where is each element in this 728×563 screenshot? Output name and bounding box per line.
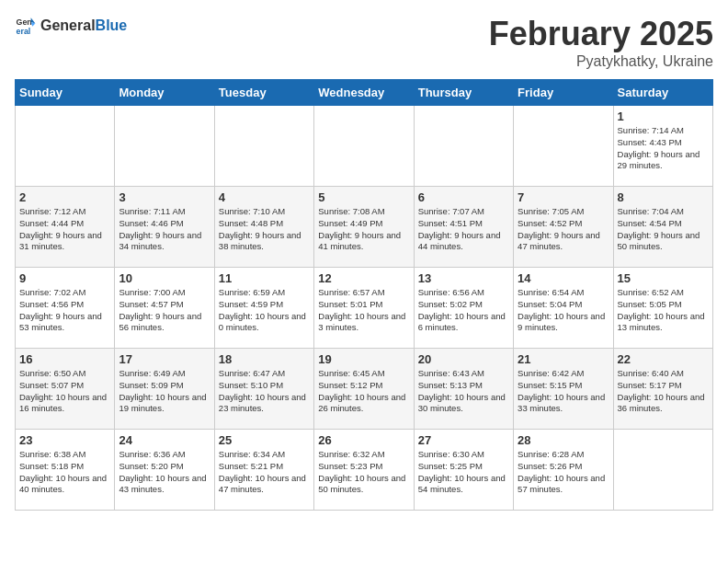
weekday-header-sunday: Sunday (16, 80, 115, 106)
day-number: 11 (219, 271, 310, 285)
calendar-cell: 13Sunrise: 6:56 AM Sunset: 5:02 PM Dayli… (414, 268, 513, 349)
calendar-cell: 21Sunrise: 6:42 AM Sunset: 5:15 PM Dayli… (514, 349, 613, 430)
calendar-cell: 9Sunrise: 7:02 AM Sunset: 4:56 PM Daylig… (16, 268, 115, 349)
weekday-header-saturday: Saturday (613, 80, 712, 106)
calendar-week-row: 2Sunrise: 7:12 AM Sunset: 4:44 PM Daylig… (16, 187, 713, 268)
day-number: 20 (418, 352, 509, 366)
calendar-cell: 1Sunrise: 7:14 AM Sunset: 4:43 PM Daylig… (613, 106, 712, 187)
logo-icon: Gen eral (15, 15, 37, 37)
logo: Gen eral GeneralBlue (15, 15, 127, 37)
day-info: Sunrise: 6:34 AM Sunset: 5:21 PM Dayligh… (219, 449, 310, 496)
calendar-cell: 14Sunrise: 6:54 AM Sunset: 5:04 PM Dayli… (514, 268, 613, 349)
day-number: 1 (618, 109, 709, 123)
day-info: Sunrise: 6:30 AM Sunset: 5:25 PM Dayligh… (418, 449, 509, 496)
day-number: 16 (19, 352, 110, 366)
calendar-cell: 5Sunrise: 7:08 AM Sunset: 4:49 PM Daylig… (314, 187, 414, 268)
calendar-cell (214, 106, 313, 187)
day-info: Sunrise: 6:42 AM Sunset: 5:15 PM Dayligh… (518, 368, 609, 415)
day-number: 23 (19, 433, 110, 447)
day-info: Sunrise: 6:49 AM Sunset: 5:09 PM Dayligh… (119, 368, 210, 415)
day-info: Sunrise: 6:59 AM Sunset: 4:59 PM Dayligh… (219, 287, 310, 334)
calendar-cell: 7Sunrise: 7:05 AM Sunset: 4:52 PM Daylig… (514, 187, 613, 268)
day-number: 25 (219, 433, 310, 447)
logo-general-text: General (40, 17, 96, 33)
day-number: 15 (618, 271, 709, 285)
calendar-cell: 16Sunrise: 6:50 AM Sunset: 5:07 PM Dayli… (16, 349, 115, 430)
day-info: Sunrise: 6:43 AM Sunset: 5:13 PM Dayligh… (418, 368, 509, 415)
calendar-cell: 11Sunrise: 6:59 AM Sunset: 4:59 PM Dayli… (214, 268, 313, 349)
calendar-week-row: 9Sunrise: 7:02 AM Sunset: 4:56 PM Daylig… (16, 268, 713, 349)
day-number: 9 (19, 271, 110, 285)
svg-text:eral: eral (17, 27, 31, 36)
day-info: Sunrise: 7:02 AM Sunset: 4:56 PM Dayligh… (19, 287, 110, 334)
calendar-table: SundayMondayTuesdayWednesdayThursdayFrid… (15, 79, 713, 511)
day-info: Sunrise: 6:32 AM Sunset: 5:23 PM Dayligh… (318, 449, 409, 496)
day-number: 27 (418, 433, 509, 447)
day-info: Sunrise: 7:14 AM Sunset: 4:43 PM Dayligh… (618, 125, 709, 172)
day-info: Sunrise: 6:40 AM Sunset: 5:17 PM Dayligh… (618, 368, 709, 415)
calendar-cell (115, 106, 214, 187)
calendar-cell: 24Sunrise: 6:36 AM Sunset: 5:20 PM Dayli… (115, 430, 214, 511)
day-info: Sunrise: 6:57 AM Sunset: 5:01 PM Dayligh… (318, 287, 409, 334)
day-number: 19 (318, 352, 409, 366)
calendar-cell (314, 106, 414, 187)
calendar-cell: 3Sunrise: 7:11 AM Sunset: 4:46 PM Daylig… (115, 187, 214, 268)
day-info: Sunrise: 7:00 AM Sunset: 4:57 PM Dayligh… (119, 287, 210, 334)
day-number: 17 (119, 352, 210, 366)
calendar-cell (414, 106, 513, 187)
day-info: Sunrise: 6:50 AM Sunset: 5:07 PM Dayligh… (19, 368, 110, 415)
calendar-cell: 28Sunrise: 6:28 AM Sunset: 5:26 PM Dayli… (514, 430, 613, 511)
day-info: Sunrise: 7:11 AM Sunset: 4:46 PM Dayligh… (119, 206, 210, 253)
day-info: Sunrise: 6:45 AM Sunset: 5:12 PM Dayligh… (318, 368, 409, 415)
calendar-cell (514, 106, 613, 187)
calendar-cell: 10Sunrise: 7:00 AM Sunset: 4:57 PM Dayli… (115, 268, 214, 349)
calendar-cell: 20Sunrise: 6:43 AM Sunset: 5:13 PM Dayli… (414, 349, 513, 430)
day-number: 18 (219, 352, 310, 366)
day-info: Sunrise: 6:52 AM Sunset: 5:05 PM Dayligh… (618, 287, 709, 334)
weekday-header-monday: Monday (115, 80, 214, 106)
day-number: 14 (518, 271, 609, 285)
weekday-header-row: SundayMondayTuesdayWednesdayThursdayFrid… (16, 80, 713, 106)
day-number: 22 (618, 352, 709, 366)
day-number: 26 (318, 433, 409, 447)
calendar-cell: 2Sunrise: 7:12 AM Sunset: 4:44 PM Daylig… (16, 187, 115, 268)
calendar-cell: 25Sunrise: 6:34 AM Sunset: 5:21 PM Dayli… (214, 430, 313, 511)
calendar-cell: 18Sunrise: 6:47 AM Sunset: 5:10 PM Dayli… (214, 349, 313, 430)
calendar-cell: 23Sunrise: 6:38 AM Sunset: 5:18 PM Dayli… (16, 430, 115, 511)
calendar-cell (16, 106, 115, 187)
calendar-cell (613, 430, 712, 511)
day-number: 21 (518, 352, 609, 366)
day-info: Sunrise: 6:28 AM Sunset: 5:26 PM Dayligh… (518, 449, 609, 496)
weekday-header-friday: Friday (514, 80, 613, 106)
day-number: 28 (518, 433, 609, 447)
calendar-cell: 15Sunrise: 6:52 AM Sunset: 5:05 PM Dayli… (613, 268, 712, 349)
day-info: Sunrise: 7:04 AM Sunset: 4:54 PM Dayligh… (618, 206, 709, 253)
day-number: 2 (19, 190, 110, 204)
day-number: 8 (618, 190, 709, 204)
calendar-cell: 4Sunrise: 7:10 AM Sunset: 4:48 PM Daylig… (214, 187, 313, 268)
calendar-cell: 17Sunrise: 6:49 AM Sunset: 5:09 PM Dayli… (115, 349, 214, 430)
day-number: 6 (418, 190, 509, 204)
calendar-week-row: 23Sunrise: 6:38 AM Sunset: 5:18 PM Dayli… (16, 430, 713, 511)
day-info: Sunrise: 7:08 AM Sunset: 4:49 PM Dayligh… (318, 206, 409, 253)
calendar-cell: 19Sunrise: 6:45 AM Sunset: 5:12 PM Dayli… (314, 349, 414, 430)
weekday-header-wednesday: Wednesday (314, 80, 414, 106)
calendar-cell: 6Sunrise: 7:07 AM Sunset: 4:51 PM Daylig… (414, 187, 513, 268)
day-info: Sunrise: 7:07 AM Sunset: 4:51 PM Dayligh… (418, 206, 509, 253)
logo-blue-text: Blue (96, 17, 128, 33)
day-number: 13 (418, 271, 509, 285)
day-info: Sunrise: 6:36 AM Sunset: 5:20 PM Dayligh… (119, 449, 210, 496)
day-info: Sunrise: 7:10 AM Sunset: 4:48 PM Dayligh… (219, 206, 310, 253)
header: Gen eral GeneralBlue February 2025 Pyaty… (15, 15, 713, 70)
day-number: 24 (119, 433, 210, 447)
day-info: Sunrise: 7:12 AM Sunset: 4:44 PM Dayligh… (19, 206, 110, 253)
title-section: February 2025 Pyatykhatky, Ukraine (489, 15, 713, 70)
day-info: Sunrise: 6:54 AM Sunset: 5:04 PM Dayligh… (518, 287, 609, 334)
day-number: 4 (219, 190, 310, 204)
svg-text:Gen: Gen (17, 17, 32, 27)
weekday-header-tuesday: Tuesday (214, 80, 313, 106)
calendar-subtitle: Pyatykhatky, Ukraine (489, 53, 713, 70)
day-info: Sunrise: 6:38 AM Sunset: 5:18 PM Dayligh… (19, 449, 110, 496)
weekday-header-thursday: Thursday (414, 80, 513, 106)
day-info: Sunrise: 6:56 AM Sunset: 5:02 PM Dayligh… (418, 287, 509, 334)
